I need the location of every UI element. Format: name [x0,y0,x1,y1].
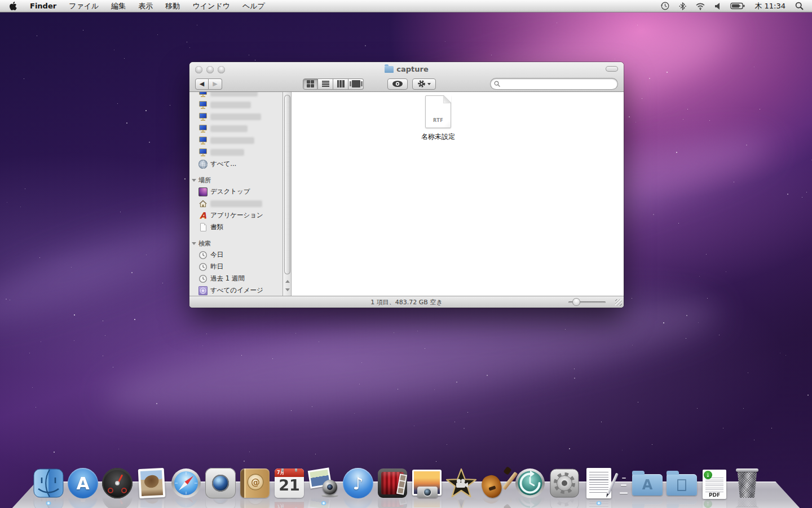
menu-bar: Finder ファイル 編集 表示 移動 ウインドウ ヘルプ 木 11:34 [0,0,812,12]
menu-clock[interactable]: 木 11:34 [751,1,789,11]
toolbar-toggle-button[interactable] [606,66,618,72]
sidebar-item-desktop[interactable]: デスクトップ [189,186,283,198]
menu-view[interactable]: 表示 [132,0,159,12]
menu-app-name[interactable]: Finder [24,0,63,12]
dock-item-safari[interactable] [170,467,202,499]
bluetooth-menu-icon[interactable] [676,0,689,12]
dock-item-garageband[interactable] [480,467,511,499]
dashboard-icon [102,468,133,498]
dock: A @ [0,456,812,508]
facetime-icon [205,468,236,498]
coverflow-view-button[interactable] [348,78,364,90]
shared-computer-item[interactable] [189,134,283,146]
applications-folder-icon: A [632,474,663,496]
menu-window[interactable]: ウインドウ [186,0,236,12]
resize-grip[interactable] [615,299,622,306]
back-button[interactable]: ◀ [195,78,209,90]
dock-item-applications-folder[interactable]: A [632,467,663,499]
spotlight-menu-icon[interactable] [792,0,806,12]
dock-item-trash[interactable] [731,467,763,499]
dock-item-address-book[interactable]: @ [239,467,271,499]
icon-size-slider[interactable] [568,301,606,303]
dock-item-dashboard[interactable] [102,467,133,499]
file-browser-content[interactable]: RTF 名称未設定 [292,92,624,296]
shared-computer-item[interactable] [189,99,283,111]
dock-item-facetime[interactable] [205,467,236,499]
scroll-down-arrow[interactable] [285,288,290,291]
dock-item-iphoto[interactable] [411,467,443,499]
status-bar: 1 項目、483.72 GB 空き [189,296,624,308]
sidebar-item-home[interactable] [189,198,283,209]
folder-proxy-icon[interactable] [385,66,394,73]
search-field[interactable] [491,78,617,89]
imovie-icon [445,467,477,499]
slider-knob[interactable] [573,299,580,305]
documents-icon [198,223,208,232]
dock-item-system-preferences[interactable] [549,467,580,499]
shared-computer-item[interactable] [189,146,283,158]
ical-month: 7月 [275,468,304,477]
sidebar-scrollbar[interactable] [283,92,292,296]
volume-menu-icon[interactable] [712,0,724,12]
menu-help[interactable]: ヘルプ [236,0,271,12]
ical-icon: 7月 21 [275,468,304,498]
battery-menu-icon[interactable] [727,0,748,12]
forward-button[interactable]: ▶ [209,78,222,90]
dock-item-documents-folder[interactable] [666,467,698,499]
menu-go[interactable]: 移動 [159,0,186,12]
sidebar-item-applications[interactable]: Aアプリケーション [189,209,283,221]
dock-item-finder[interactable] [33,467,64,499]
dock-item-photo-booth[interactable] [377,467,408,499]
apple-menu-icon[interactable] [0,2,24,11]
smart-folder-icon [198,286,208,295]
textedit-icon [586,468,611,498]
wifi-menu-icon[interactable] [692,0,708,12]
time-machine-icon [514,467,546,499]
ical-date: 21 [275,476,304,494]
time-machine-menu-icon[interactable] [657,0,673,12]
sidebar-item-yesterday[interactable]: 昨日 [189,261,283,273]
disclosure-triangle-icon[interactable] [192,242,196,245]
sidebar-item-documents[interactable]: 書類 [189,221,283,233]
dock-item-pdf-document[interactable]: ↓ PDF [700,468,729,499]
icon-view-button[interactable] [303,78,318,90]
dock-item-itunes[interactable]: ♪ [342,467,374,499]
running-indicator [45,501,52,505]
menu-edit[interactable]: 編集 [105,0,132,12]
dock-item-textedit[interactable] [583,467,615,499]
rtf-file-icon: RTF [425,95,451,128]
list-view-button[interactable] [318,78,333,90]
dock-divider [617,467,629,499]
sidebar-item-all-shared[interactable]: すべて... [189,158,283,170]
clock-icon [198,262,208,271]
dock-item-app-store[interactable]: A [67,467,99,499]
sidebar-item-today[interactable]: 今日 [189,249,283,261]
dock-item-imovie[interactable] [445,467,477,499]
quick-look-button[interactable] [387,78,408,90]
menu-file[interactable]: ファイル [63,0,105,12]
scroll-up-arrow[interactable] [285,280,290,283]
running-indicator [320,501,327,505]
dock-item-time-machine[interactable] [514,467,546,499]
disclosure-triangle-icon[interactable] [192,179,196,182]
file-item-untitled-rtf[interactable]: RTF 名称未設定 [404,95,472,142]
action-menu-button[interactable] [412,78,436,90]
sidebar-section-places[interactable]: 場所 [189,174,283,186]
window-header[interactable]: capture ◀ ▶ [189,62,624,92]
search-input[interactable] [500,81,607,87]
sidebar-section-search[interactable]: 検索 [189,238,283,249]
dock-item-ical[interactable]: 7月 21 [273,467,305,499]
running-indicator [595,501,602,505]
shared-computer-item[interactable] [189,92,283,99]
sidebar-item-past-week[interactable]: 過去 1 週間 [189,273,283,284]
shared-computer-item[interactable] [189,111,283,122]
column-view-button[interactable] [333,78,348,90]
sidebar-item-all-images[interactable]: すべてのイメージ [189,284,283,296]
pdf-document-icon: ↓ PDF [703,470,726,499]
dock-item-mail[interactable] [136,467,167,499]
window-title: capture [189,65,624,73]
dock-item-image-capture[interactable] [308,467,339,499]
scrollbar-thumb[interactable] [284,95,290,274]
pen-icon [607,472,619,494]
shared-computer-item[interactable] [189,122,283,134]
